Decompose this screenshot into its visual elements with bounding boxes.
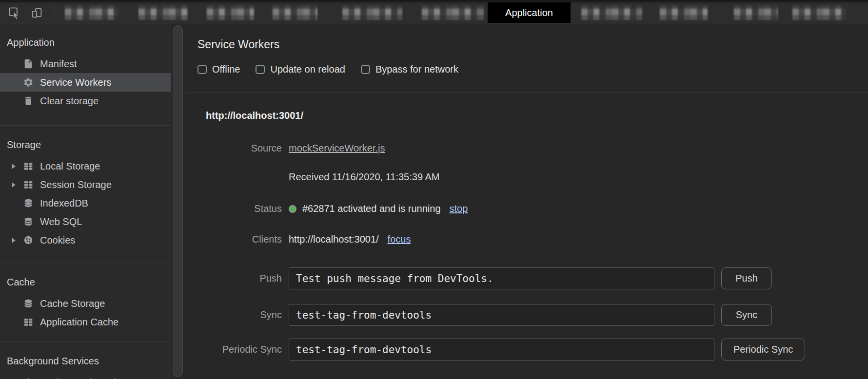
expand-triangle-icon[interactable]: [11, 237, 22, 244]
section-title-application: Application: [0, 36, 171, 49]
expand-triangle-icon[interactable]: [11, 182, 22, 188]
redacted-tab[interactable]: [660, 5, 708, 20]
sidebar-item-label: IndexedDB: [40, 198, 88, 209]
sidebar-item-label: Service Workers: [40, 77, 111, 88]
sidebar-item-label: Manifest: [40, 58, 77, 70]
sidebar-item-local-storage[interactable]: Local Storage: [0, 157, 171, 175]
client-url: http://localhost:3001/: [289, 234, 379, 245]
periodic-sync-tag-input[interactable]: [289, 339, 714, 360]
sidebar-scrollbar-track: [171, 23, 184, 379]
sidebar-item-label: Session Storage: [40, 179, 112, 190]
trash-icon: [22, 95, 34, 107]
database-icon: [22, 216, 34, 227]
sync-label: Sync: [184, 309, 282, 321]
sidebar-scrollbar-thumb[interactable]: [173, 25, 183, 377]
push-label: Push: [184, 273, 282, 284]
table-icon: [22, 179, 34, 190]
sidebar-item-cache-storage[interactable]: Cache Storage: [0, 294, 171, 313]
inspect-cursor-icon: [8, 6, 21, 19]
table-icon: [22, 160, 34, 172]
sidebar-item-label: Web SQL: [40, 216, 82, 227]
toggle-device-toolbar-button[interactable]: [29, 5, 44, 20]
devtools-topbar: Application: [0, 0, 868, 23]
gear-icon: [22, 76, 34, 88]
section-title-storage: Storage: [0, 138, 171, 151]
sidebar-item-session-storage[interactable]: Session Storage: [0, 175, 171, 194]
sidebar-item-label: Application Cache: [40, 317, 118, 328]
cookie-icon: [22, 234, 34, 246]
periodic-sync-label: Periodic Sync: [184, 344, 282, 355]
updown-icon: [22, 377, 34, 379]
sidebar-item-indexeddb[interactable]: IndexedDB: [0, 194, 171, 212]
update-on-reload-checkbox[interactable]: Update on reload: [256, 64, 345, 75]
push-button[interactable]: Push: [721, 267, 772, 289]
redacted-tab[interactable]: [581, 5, 642, 20]
sidebar-item-label: Background Fetch: [40, 377, 119, 379]
sidebar-item-clear-storage[interactable]: Clear storage: [0, 92, 171, 110]
sidebar-item-background-fetch[interactable]: Background Fetch: [0, 373, 171, 379]
sidebar-item-cookies[interactable]: Cookies: [0, 231, 171, 249]
bypass-for-network-checkbox[interactable]: Bypass for network: [361, 64, 458, 75]
redacted-tab[interactable]: [792, 5, 846, 20]
database-icon: [22, 197, 34, 209]
source-file-link[interactable]: mockServiceWorker.js: [289, 143, 385, 154]
checkbox-label: Offline: [212, 64, 240, 75]
device-toolbar-icon: [30, 6, 43, 19]
redacted-tab[interactable]: [65, 5, 118, 20]
database-icon: [22, 298, 34, 309]
sidebar-item-application-cache[interactable]: Application Cache: [0, 313, 171, 331]
section-title-background-services: Background Services: [0, 355, 171, 367]
application-sidebar: Application Manifest Service Workers: [0, 23, 171, 379]
sidebar-item-manifest[interactable]: Manifest: [0, 55, 171, 73]
sidebar-item-label: Cache Storage: [40, 298, 105, 309]
push-message-input[interactable]: [289, 267, 714, 289]
status-text: #62871 activated and is running: [302, 203, 441, 214]
tab-application[interactable]: Application: [488, 2, 571, 23]
status-label: Status: [184, 203, 282, 214]
worker-origin: http://localhost:3001/: [206, 110, 868, 121]
inspect-element-button[interactable]: [7, 5, 21, 20]
redacted-tab[interactable]: [138, 5, 188, 20]
clients-label: Clients: [184, 234, 282, 245]
redacted-tab[interactable]: [734, 5, 778, 20]
checkbox-label: Update on reload: [270, 64, 345, 75]
document-icon: [22, 58, 34, 70]
focus-link[interactable]: focus: [388, 234, 411, 245]
section-title-cache: Cache: [0, 276, 171, 288]
page-title: Service Workers: [197, 38, 868, 51]
table-icon: [22, 316, 34, 328]
status-running-indicator: [289, 205, 296, 213]
panel-tab-strip: Application: [55, 2, 868, 23]
sidebar-item-label: Clear storage: [40, 95, 99, 107]
redacted-tab[interactable]: [273, 5, 317, 20]
sidebar-item-label: Local Storage: [40, 161, 100, 172]
checkbox-box[interactable]: [361, 65, 370, 74]
received-timestamp: Received 11/16/2020, 11:35:39 AM: [289, 171, 439, 183]
redacted-tab[interactable]: [207, 5, 254, 20]
sync-tag-input[interactable]: [289, 304, 714, 326]
expand-triangle-icon[interactable]: [11, 163, 22, 170]
sync-button[interactable]: Sync: [721, 304, 772, 326]
stop-link[interactable]: stop: [450, 203, 468, 214]
redacted-tab[interactable]: [422, 5, 484, 20]
sidebar-item-service-workers[interactable]: Service Workers: [0, 73, 171, 92]
source-label: Source: [184, 143, 282, 154]
service-worker-details: http://localhost:3001/ Source mockServic…: [184, 93, 868, 360]
periodic-sync-button[interactable]: Periodic Sync: [721, 339, 805, 360]
offline-checkbox[interactable]: Offline: [197, 64, 240, 75]
checkbox-box[interactable]: [256, 65, 265, 74]
checkbox-box[interactable]: [197, 65, 207, 74]
sidebar-item-web-sql[interactable]: Web SQL: [0, 212, 171, 231]
service-workers-panel: Service Workers Offline Update on reload…: [184, 23, 868, 379]
checkbox-label: Bypass for network: [375, 64, 458, 75]
sidebar-item-label: Cookies: [40, 235, 75, 246]
redacted-tab[interactable]: [342, 5, 402, 20]
